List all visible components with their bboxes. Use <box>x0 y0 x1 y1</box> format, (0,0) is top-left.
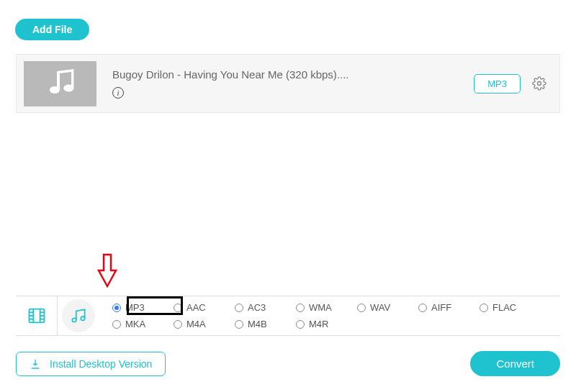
file-list-item: Bugoy Drilon - Having You Near Me (320 k… <box>16 54 560 113</box>
install-desktop-label: Install Desktop Version <box>50 358 152 370</box>
audio-tab[interactable] <box>58 296 99 335</box>
file-format-badge[interactable]: MP3 <box>474 74 521 94</box>
install-desktop-button[interactable]: Install Desktop Version <box>16 352 166 376</box>
file-info: Bugoy Drilon - Having You Near Me (320 k… <box>96 68 474 99</box>
format-option-m4r[interactable]: M4R <box>296 319 357 329</box>
format-option-aac[interactable]: AAC <box>174 302 235 313</box>
format-option-mka[interactable]: MKA <box>112 319 174 329</box>
format-option-flac[interactable]: FLAC <box>480 302 541 313</box>
gear-icon[interactable] <box>532 76 546 91</box>
format-option-mp3[interactable]: MP3 <box>112 302 174 313</box>
info-icon[interactable]: i <box>112 87 124 99</box>
format-selection-bar: MP3 AAC AC3 WMA WAV AIFF FLAC MKA M4A M4… <box>16 296 560 336</box>
bottom-bar: Install Desktop Version Convert <box>16 351 560 376</box>
video-tab[interactable] <box>16 296 58 335</box>
format-option-m4b[interactable]: M4B <box>235 319 296 329</box>
format-option-aiff[interactable]: AIFF <box>418 302 480 313</box>
svg-point-0 <box>538 82 541 86</box>
format-option-wma[interactable]: WMA <box>296 302 357 313</box>
film-icon <box>27 306 47 326</box>
add-file-button[interactable]: Add File <box>15 19 89 40</box>
download-icon <box>30 358 41 370</box>
file-actions: MP3 <box>474 74 552 94</box>
arrow-annotation-icon <box>96 253 119 289</box>
music-note-icon <box>43 66 78 101</box>
audio-tab-circle <box>62 299 95 332</box>
file-thumbnail <box>24 61 96 106</box>
format-row-2: MKA M4A M4B M4R <box>112 319 560 329</box>
convert-button[interactable]: Convert <box>470 351 560 376</box>
format-option-wav[interactable]: WAV <box>357 302 418 313</box>
format-option-m4a[interactable]: M4A <box>174 319 235 329</box>
file-name: Bugoy Drilon - Having You Near Me (320 k… <box>112 68 474 81</box>
format-option-ac3[interactable]: AC3 <box>235 302 296 313</box>
format-options: MP3 AAC AC3 WMA WAV AIFF FLAC MKA M4A M4… <box>99 296 560 335</box>
format-row-1: MP3 AAC AC3 WMA WAV AIFF FLAC <box>112 302 560 313</box>
music-icon <box>69 306 88 325</box>
